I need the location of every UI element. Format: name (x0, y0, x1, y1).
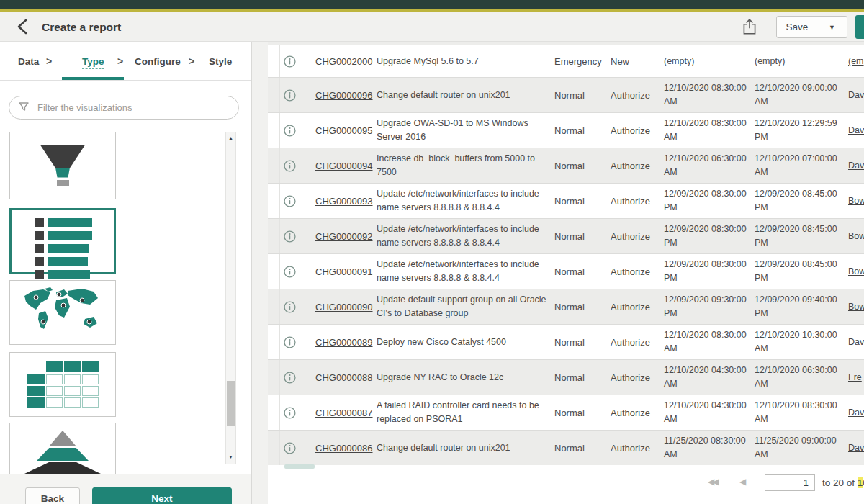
info-icon (284, 89, 296, 102)
assigned-to-link[interactable]: Dav (848, 431, 864, 465)
record-number-link[interactable]: CHG0002000 (315, 45, 376, 77)
world-map-icon (19, 286, 107, 339)
priority-cell: Normal (554, 254, 606, 289)
step-data[interactable]: Data (18, 56, 39, 67)
end-date-cell: 12/10/2020 10:30:00 AM (755, 325, 842, 359)
record-number-link[interactable]: CHG0000095 (315, 113, 376, 148)
previous-page-icon[interactable]: ◀ (739, 477, 746, 487)
state-cell: Authorize (611, 431, 660, 465)
save-dropdown-button[interactable]: ▼ (817, 16, 847, 38)
record-number-link[interactable]: CHG0000090 (315, 289, 376, 324)
info-icon (284, 407, 296, 419)
scrollbar-thumb[interactable] (227, 381, 235, 426)
record-info-button[interactable] (284, 113, 298, 148)
assigned-to-link[interactable]: (em (848, 45, 864, 77)
assigned-to-link[interactable]: Bow (848, 219, 864, 253)
record-number-link[interactable]: CHG0000093 (315, 184, 376, 218)
step-type[interactable]: Type (82, 56, 104, 69)
pyramid-icon (49, 431, 76, 446)
first-page-icon[interactable]: ◀◀ (708, 477, 716, 487)
step-configure[interactable]: Configure (135, 56, 181, 67)
record-info-button[interactable] (284, 431, 298, 465)
share-button[interactable] (740, 17, 759, 38)
step-style[interactable]: Style (209, 56, 232, 67)
short-description-cell: A failed RAID controller card needs to b… (377, 395, 548, 430)
record-info-button[interactable] (284, 78, 298, 112)
info-icon (284, 301, 296, 313)
record-number-link[interactable]: CHG0000087 (315, 395, 376, 430)
record-info-button[interactable] (284, 360, 298, 395)
state-cell: Authorize (611, 113, 660, 148)
short-description-cell: Update /etc/network/interfaces to includ… (377, 254, 548, 289)
assigned-to-link[interactable]: Dav (848, 148, 864, 183)
table-row: CHG0000086 Change default router on unix… (268, 430, 864, 465)
table-row: CHG0002000 Upgrade MySql 5.6 to 5.7 Emer… (268, 45, 864, 77)
back-button[interactable] (13, 17, 33, 37)
app-window: Create a report Save ▼ Data > Type > Con… (0, 0, 864, 504)
assigned-to-link[interactable]: Dav (848, 78, 864, 112)
record-info-button[interactable] (284, 45, 298, 77)
primary-action-button-partial[interactable] (855, 15, 864, 39)
end-date-cell: 11/25/2020 09:00:00 AM (755, 431, 842, 465)
start-date-cell: 12/10/2020 06:30:00 AM (664, 148, 752, 183)
record-number-link[interactable]: CHG0000091 (315, 254, 376, 289)
active-step-indicator (62, 77, 124, 80)
chevron-down-icon: ▼ (829, 24, 835, 31)
priority-cell: Normal (554, 325, 606, 359)
table-row: CHG0000092 Update /etc/network/interface… (268, 218, 864, 253)
record-info-button[interactable] (284, 148, 298, 183)
record-number-link[interactable]: CHG0000089 (315, 325, 376, 359)
table-row: CHG0000087 A failed RAID controller card… (268, 395, 864, 430)
record-info-button[interactable] (284, 289, 298, 324)
funnel-chart-thumbnail[interactable] (9, 132, 116, 199)
wizard-steps: Data > Type > Configure > Style (0, 42, 251, 81)
heatmap-icon (24, 361, 101, 408)
scroll-down-icon[interactable]: ▼ (226, 454, 235, 459)
pyramid-chart-thumbnail[interactable] (9, 423, 116, 474)
assigned-to-link[interactable]: Dav (848, 325, 864, 359)
page-title: Create a report (42, 12, 121, 42)
record-number-link[interactable]: CHG0000092 (315, 219, 376, 253)
end-date-cell: (empty) (755, 45, 842, 77)
record-number-link[interactable]: CHG0000096 (315, 78, 376, 112)
record-info-button[interactable] (284, 325, 298, 359)
assigned-to-link[interactable]: Bow (848, 184, 864, 218)
assigned-to-link[interactable]: Bow (848, 254, 864, 289)
record-info-button[interactable] (284, 184, 298, 218)
record-number-link[interactable]: CHG0000086 (315, 431, 376, 465)
record-info-button[interactable] (284, 395, 298, 430)
back-step-button[interactable]: Back (25, 487, 80, 504)
record-info-button[interactable] (284, 219, 298, 253)
visualization-list-scrollbar[interactable]: ▲ ▼ (225, 132, 236, 464)
priority-cell: Normal (554, 184, 606, 218)
priority-cell: Normal (554, 395, 606, 430)
visualization-list: ▲ ▼ (0, 132, 251, 474)
filter-funnel-icon (18, 101, 30, 115)
info-icon (284, 160, 296, 172)
filter-visualizations-input[interactable] (36, 102, 230, 114)
state-cell: Authorize (611, 184, 660, 218)
save-button[interactable]: Save (776, 16, 818, 38)
report-header: Create a report Save ▼ (0, 12, 864, 42)
heatmap-thumbnail[interactable] (9, 352, 116, 417)
priority-cell: Normal (554, 289, 606, 324)
assigned-to-link[interactable]: Dav (848, 113, 864, 148)
record-number-link[interactable]: CHG0000094 (315, 148, 376, 183)
page-number-input[interactable] (765, 474, 815, 491)
world-map-thumbnail[interactable] (9, 280, 116, 345)
table-row: CHG0000089 Deploy new Cisco Catalyst 450… (268, 324, 864, 359)
short-description-cell: Upgrade MySql 5.6 to 5.7 (377, 45, 548, 77)
assigned-to-link[interactable]: Dav (848, 395, 864, 430)
assigned-to-link[interactable]: Fre (848, 360, 864, 395)
wizard-footer: Back Next (0, 474, 251, 504)
scroll-up-icon[interactable]: ▲ (226, 135, 235, 140)
start-date-cell: 12/09/2020 08:30:00 PM (664, 254, 752, 289)
record-info-button[interactable] (284, 254, 298, 289)
list-thumbnail-selected[interactable] (9, 208, 116, 274)
assigned-to-link[interactable]: Bow (848, 289, 864, 324)
next-step-button[interactable]: Next (92, 487, 232, 504)
record-number-link[interactable]: CHG0000088 (315, 360, 376, 395)
end-date-cell: 12/09/2020 08:45:00 PM (755, 184, 842, 218)
horizontal-scrollbar-thumb[interactable] (284, 464, 315, 469)
priority-cell: Normal (554, 148, 606, 183)
